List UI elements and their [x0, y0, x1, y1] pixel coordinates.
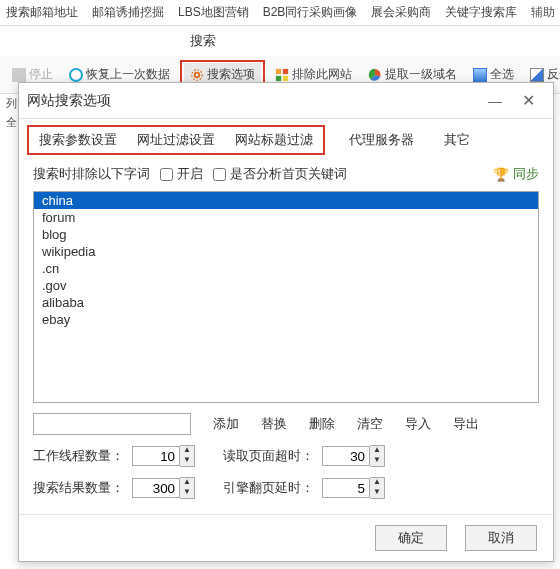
delete-button[interactable]: 删除	[309, 415, 335, 433]
ok-button[interactable]: 确定	[375, 525, 447, 551]
exclude-words-list[interactable]: china forum blog wikipedia .cn .gov alib…	[33, 191, 539, 403]
list-item[interactable]: alibaba	[34, 294, 538, 311]
export-button[interactable]: 导出	[453, 415, 479, 433]
list-item[interactable]: china	[34, 192, 538, 209]
flip-spinner[interactable]: ▲▼	[322, 477, 385, 499]
gear-icon	[190, 68, 204, 82]
enable-checkbox-wrap[interactable]: 开启	[160, 165, 203, 183]
down-icon[interactable]: ▼	[180, 456, 194, 466]
tab-proxy[interactable]: 代理服务器	[343, 127, 420, 153]
search-options-label: 搜索选项	[207, 66, 255, 83]
invert-label: 反选	[547, 66, 560, 83]
tab-url-filter[interactable]: 网址过滤设置	[127, 127, 225, 153]
list-actions: 添加 替换 删除 清空 导入 导出	[33, 413, 539, 435]
stop-icon	[12, 68, 26, 82]
invert-icon	[530, 68, 544, 82]
top-tab[interactable]: 关键字搜索库	[445, 4, 517, 21]
import-button[interactable]: 导入	[405, 415, 431, 433]
dialog-titlebar: 网站搜索选项 — ✕	[19, 83, 553, 119]
svg-point-0	[195, 72, 200, 77]
word-input[interactable]	[33, 413, 191, 435]
exclude-icon	[275, 68, 289, 82]
down-icon[interactable]: ▼	[180, 488, 194, 498]
threads-label: 工作线程数量：	[33, 447, 124, 465]
svg-rect-5	[283, 75, 288, 80]
shield-icon	[69, 68, 83, 82]
exclude-words-label: 搜索时排除以下字词	[33, 165, 150, 183]
analyze-checkbox[interactable]	[213, 168, 226, 181]
enable-checkbox[interactable]	[160, 168, 173, 181]
top-tab[interactable]: 搜索邮箱地址	[6, 4, 78, 21]
replace-button[interactable]: 替换	[261, 415, 287, 433]
dialog-tabs: 搜索参数设置 网址过滤设置 网站标题过滤 代理服务器 其它	[19, 119, 553, 155]
results-label: 搜索结果数量：	[33, 479, 124, 497]
analyze-checkbox-wrap[interactable]: 是否分析首页关键词	[213, 165, 347, 183]
down-icon[interactable]: ▼	[370, 456, 384, 466]
dialog-footer: 确定 取消	[19, 514, 553, 561]
svg-rect-2	[276, 68, 281, 73]
top-tab[interactable]: LBS地图营销	[178, 4, 249, 21]
timeout-label: 读取页面超时：	[223, 447, 314, 465]
list-item[interactable]: ebay	[34, 311, 538, 328]
clear-button[interactable]: 清空	[357, 415, 383, 433]
select-all-icon	[473, 68, 487, 82]
search-options-dialog: 网站搜索选项 — ✕ 搜索参数设置 网址过滤设置 网站标题过滤 代理服务器 其它…	[18, 82, 554, 562]
svg-point-1	[192, 69, 203, 80]
select-all-label: 全选	[490, 66, 514, 83]
dialog-tab-highlight: 搜索参数设置 网址过滤设置 网站标题过滤	[27, 125, 325, 155]
pie-icon	[368, 68, 382, 82]
tab-search-params[interactable]: 搜索参数设置	[29, 127, 127, 153]
exclude-label: 排除此网站	[292, 66, 352, 83]
svg-rect-4	[276, 75, 281, 80]
threads-spinner[interactable]: ▲▼	[132, 445, 195, 467]
flip-input[interactable]	[322, 478, 370, 498]
sync-button[interactable]: 🏆 同步	[493, 165, 539, 183]
svg-rect-3	[283, 68, 288, 73]
sync-label: 同步	[513, 165, 539, 183]
close-button[interactable]: ✕	[512, 89, 545, 112]
timeout-spinner[interactable]: ▲▼	[322, 445, 385, 467]
all-label: 全	[6, 115, 17, 130]
minimize-button[interactable]: —	[478, 91, 512, 111]
top-tab-bar: 搜索邮箱地址 邮箱诱捕挖掘 LBS地图营销 B2B同行采购画像 展会采购商 关键…	[0, 0, 560, 26]
list-item[interactable]: .gov	[34, 277, 538, 294]
threads-input[interactable]	[132, 446, 180, 466]
cancel-button[interactable]: 取消	[465, 525, 537, 551]
dialog-title: 网站搜索选项	[27, 92, 478, 110]
results-spinner[interactable]: ▲▼	[132, 477, 195, 499]
list-item[interactable]: blog	[34, 226, 538, 243]
stop-label: 停止	[29, 66, 53, 83]
search-section-label: 搜索	[0, 26, 560, 56]
trophy-icon: 🏆	[493, 167, 509, 182]
list-item[interactable]: .cn	[34, 260, 538, 277]
restore-label: 恢复上一次数据	[86, 66, 170, 83]
timeout-input[interactable]	[322, 446, 370, 466]
list-item[interactable]: wikipedia	[34, 243, 538, 260]
add-button[interactable]: 添加	[213, 415, 239, 433]
tab-title-filter[interactable]: 网站标题过滤	[225, 127, 323, 153]
list-item[interactable]: forum	[34, 209, 538, 226]
top-tab-aux[interactable]: 辅助	[531, 4, 555, 21]
results-input[interactable]	[132, 478, 180, 498]
col-label: 列	[6, 96, 17, 111]
down-icon[interactable]: ▼	[370, 488, 384, 498]
analyze-label: 是否分析首页关键词	[230, 165, 347, 183]
tab-other[interactable]: 其它	[438, 127, 476, 153]
flip-label: 引擎翻页延时：	[223, 479, 314, 497]
extract-domain-label: 提取一级域名	[385, 66, 457, 83]
dialog-body: 搜索时排除以下字词 开启 是否分析首页关键词 🏆 同步 china forum …	[19, 155, 553, 514]
top-tab[interactable]: 展会采购商	[371, 4, 431, 21]
enable-label: 开启	[177, 165, 203, 183]
top-tab[interactable]: B2B同行采购画像	[263, 4, 358, 21]
top-tab[interactable]: 邮箱诱捕挖掘	[92, 4, 164, 21]
